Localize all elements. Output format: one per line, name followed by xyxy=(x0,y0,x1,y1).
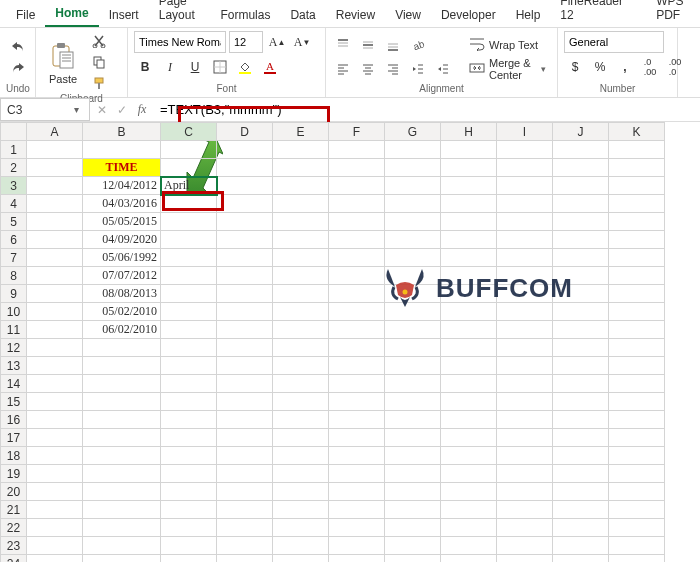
cell[interactable] xyxy=(553,249,609,267)
cell[interactable] xyxy=(385,141,441,159)
cell[interactable] xyxy=(161,501,217,519)
cell[interactable] xyxy=(553,231,609,249)
cell[interactable] xyxy=(441,159,497,177)
cell[interactable] xyxy=(329,465,385,483)
cell[interactable] xyxy=(497,483,553,501)
cell-B11[interactable]: 06/02/2010 xyxy=(83,321,161,339)
cell[interactable] xyxy=(161,483,217,501)
cell[interactable] xyxy=(441,555,497,563)
row-header-12[interactable]: 12 xyxy=(1,339,27,357)
cell[interactable] xyxy=(217,555,273,563)
cell[interactable] xyxy=(441,447,497,465)
cell[interactable] xyxy=(553,267,609,285)
row-header-24[interactable]: 24 xyxy=(1,555,27,563)
cell[interactable] xyxy=(441,267,497,285)
row-header-23[interactable]: 23 xyxy=(1,537,27,555)
row-header-1[interactable]: 1 xyxy=(1,141,27,159)
row-header-10[interactable]: 10 xyxy=(1,303,27,321)
cell[interactable] xyxy=(217,393,273,411)
cell[interactable] xyxy=(441,465,497,483)
cell[interactable] xyxy=(217,321,273,339)
row-header-7[interactable]: 7 xyxy=(1,249,27,267)
cell[interactable] xyxy=(27,429,83,447)
tab-file[interactable]: File xyxy=(6,3,45,27)
cell[interactable] xyxy=(27,267,83,285)
cell[interactable] xyxy=(217,501,273,519)
format-painter-button[interactable] xyxy=(88,73,110,93)
cell[interactable] xyxy=(161,141,217,159)
cell[interactable] xyxy=(441,141,497,159)
cell[interactable] xyxy=(385,249,441,267)
align-bottom-button[interactable] xyxy=(382,35,404,55)
cell[interactable] xyxy=(83,411,161,429)
cell[interactable] xyxy=(609,231,665,249)
cell[interactable] xyxy=(553,213,609,231)
cell[interactable] xyxy=(329,555,385,563)
cell[interactable] xyxy=(329,375,385,393)
cell[interactable] xyxy=(497,267,553,285)
cell[interactable] xyxy=(83,141,161,159)
row-header-18[interactable]: 18 xyxy=(1,447,27,465)
cell[interactable] xyxy=(385,393,441,411)
cell[interactable] xyxy=(497,141,553,159)
cell[interactable] xyxy=(273,231,329,249)
cell[interactable] xyxy=(497,357,553,375)
cell[interactable] xyxy=(217,177,273,195)
percent-format-button[interactable]: % xyxy=(589,57,611,77)
row-header-14[interactable]: 14 xyxy=(1,375,27,393)
cell[interactable] xyxy=(217,339,273,357)
cell[interactable] xyxy=(441,195,497,213)
cell[interactable] xyxy=(441,177,497,195)
cell[interactable] xyxy=(385,177,441,195)
cell[interactable] xyxy=(329,429,385,447)
cell[interactable] xyxy=(329,447,385,465)
cell[interactable] xyxy=(27,501,83,519)
cell[interactable] xyxy=(497,231,553,249)
cell[interactable] xyxy=(553,339,609,357)
bold-button[interactable]: B xyxy=(134,57,156,77)
cell[interactable] xyxy=(161,537,217,555)
cell[interactable] xyxy=(217,447,273,465)
cell[interactable] xyxy=(273,375,329,393)
cell[interactable] xyxy=(329,249,385,267)
row-header-13[interactable]: 13 xyxy=(1,357,27,375)
cell[interactable] xyxy=(83,339,161,357)
align-middle-button[interactable] xyxy=(357,35,379,55)
font-name-select[interactable] xyxy=(134,31,226,53)
fill-color-button[interactable] xyxy=(234,57,256,77)
cell[interactable] xyxy=(609,537,665,555)
cell[interactable] xyxy=(27,393,83,411)
cell[interactable] xyxy=(553,321,609,339)
col-header-G[interactable]: G xyxy=(385,123,441,141)
cell[interactable] xyxy=(83,393,161,411)
row-header-21[interactable]: 21 xyxy=(1,501,27,519)
formula-input[interactable] xyxy=(154,98,700,121)
cell[interactable] xyxy=(385,501,441,519)
cell[interactable] xyxy=(497,447,553,465)
row-header-20[interactable]: 20 xyxy=(1,483,27,501)
cell[interactable] xyxy=(441,357,497,375)
cell[interactable] xyxy=(217,159,273,177)
cell[interactable] xyxy=(329,519,385,537)
wrap-text-button[interactable]: Wrap Text xyxy=(464,34,551,56)
cell[interactable] xyxy=(27,483,83,501)
number-format-select[interactable] xyxy=(564,31,664,53)
cell[interactable] xyxy=(441,537,497,555)
cell[interactable] xyxy=(441,483,497,501)
cell[interactable] xyxy=(553,519,609,537)
cell[interactable] xyxy=(609,303,665,321)
cell[interactable] xyxy=(273,177,329,195)
cell[interactable] xyxy=(27,195,83,213)
cell[interactable] xyxy=(273,303,329,321)
cell[interactable] xyxy=(385,267,441,285)
cell[interactable] xyxy=(217,537,273,555)
cell[interactable] xyxy=(217,429,273,447)
cell[interactable] xyxy=(441,501,497,519)
cell[interactable] xyxy=(273,537,329,555)
cell[interactable] xyxy=(385,555,441,563)
cell[interactable] xyxy=(553,411,609,429)
cell[interactable] xyxy=(27,159,83,177)
cell[interactable] xyxy=(553,447,609,465)
cell-B9[interactable]: 08/08/2013 xyxy=(83,285,161,303)
cell[interactable] xyxy=(83,447,161,465)
